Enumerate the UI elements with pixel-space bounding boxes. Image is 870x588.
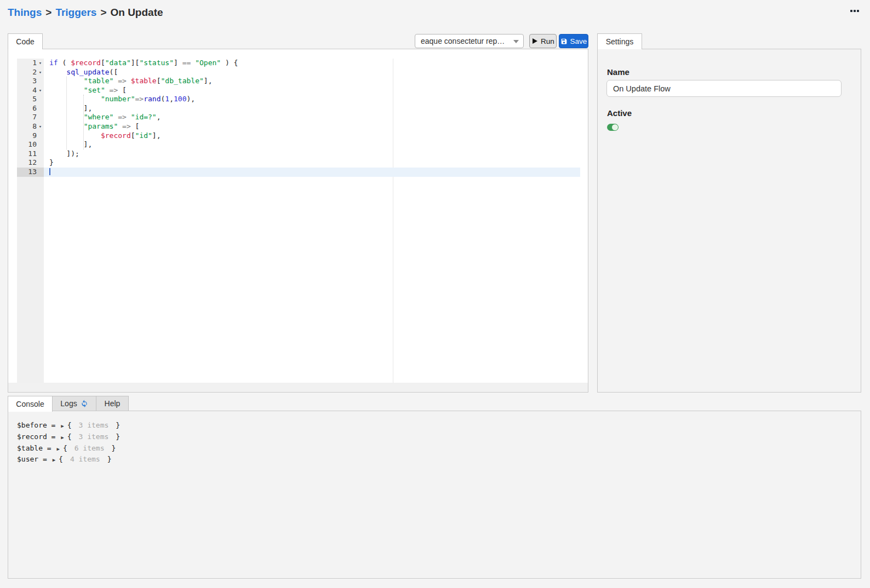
code-line[interactable]: "number"=>rand(1,100), — [44, 95, 580, 104]
code-panel: 1▾2▾34▾5678▾910111213 if ( $record["data… — [8, 49, 588, 393]
code-line[interactable]: ]); — [44, 149, 580, 159]
page: { "breadcrumb": { "things": "Things", "t… — [0, 0, 870, 588]
fold-toggle-icon[interactable]: ▾ — [37, 86, 43, 95]
code-line[interactable]: "set" => [ — [44, 86, 580, 95]
fold-toggle-icon[interactable]: ▾ — [37, 59, 43, 68]
gutter-line-number: 4▾ — [17, 86, 44, 95]
console-equals: = — [47, 421, 60, 429]
console-variable-row: $user = ▶{4 items} — [17, 454, 120, 465]
code-line[interactable]: ], — [44, 104, 580, 113]
console-equals: = — [38, 455, 51, 463]
tab-help[interactable]: Help — [96, 396, 129, 411]
refresh-icon[interactable] — [81, 400, 88, 407]
breadcrumb-separator: > — [42, 7, 55, 18]
console-variable-name: $before — [17, 421, 47, 429]
code-line[interactable]: sql_update([ — [44, 68, 580, 77]
code-line[interactable] — [44, 168, 580, 177]
expand-arrow-icon[interactable]: ▶ — [61, 435, 64, 440]
gutter-line-number: 3 — [17, 77, 44, 86]
editor-gutter: 1▾2▾34▾5678▾910111213 — [17, 59, 44, 383]
code-line[interactable]: "where" => "id=?", — [44, 113, 580, 122]
trigger-action-select-value: eaque consectetur rep… — [421, 37, 505, 45]
tab-logs-label: Logs — [60, 399, 77, 408]
console-brace-close: } — [116, 421, 120, 429]
breadcrumb-link-triggers[interactable]: Triggers — [55, 7, 96, 18]
editor-content[interactable]: if ( $record["data"]["status"] == "Open"… — [44, 59, 580, 383]
code-line[interactable]: ], — [44, 140, 580, 149]
gutter-line-number: 6 — [17, 104, 44, 113]
tab-console-label: Console — [16, 400, 44, 408]
console-variable-name: $table — [17, 444, 43, 452]
console-variable-row: $before = ▶{3 items} — [17, 420, 120, 431]
gutter-line-number: 7 — [17, 113, 44, 122]
code-line[interactable]: $record["id"], — [44, 131, 580, 141]
fold-toggle-icon[interactable]: ▾ — [37, 68, 43, 77]
console-brace-open: { — [67, 421, 72, 429]
tab-settings[interactable]: Settings — [597, 33, 642, 49]
code-line[interactable]: } — [44, 158, 580, 168]
gutter-line-number: 13 — [17, 168, 44, 177]
play-icon — [531, 38, 538, 44]
expand-arrow-icon[interactable]: ▶ — [61, 423, 64, 429]
console-brace-open: { — [67, 433, 72, 441]
console-item-count: 3 items — [79, 433, 109, 441]
console-brace-close: } — [112, 444, 116, 452]
console-panel: $before = ▶{3 items}$record = ▶{3 items}… — [8, 411, 861, 579]
fold-toggle-icon[interactable]: ▾ — [37, 122, 43, 131]
page-title: On Update — [110, 7, 163, 18]
console-brace-open: { — [59, 455, 63, 463]
run-button[interactable]: Run — [529, 34, 557, 48]
gutter-line-number: 11 — [17, 149, 44, 159]
console-equals: = — [43, 444, 55, 452]
run-button-label: Run — [541, 37, 554, 45]
breadcrumb: Things>Triggers>On Update — [8, 7, 163, 19]
console-variable-name: $user — [17, 455, 38, 463]
console-variable-row: $table = ▶{6 items} — [17, 443, 120, 454]
console-item-count: 6 items — [75, 444, 105, 452]
console-brace-open: { — [63, 444, 67, 452]
save-button[interactable]: Save — [559, 34, 588, 48]
tab-logs[interactable]: Logs — [52, 396, 96, 411]
settings-panel: Name Active — [597, 49, 861, 393]
expand-arrow-icon[interactable]: ▶ — [53, 457, 55, 463]
trigger-action-select[interactable]: eaque consectetur rep… — [415, 34, 524, 48]
console-variable-name: $record — [17, 433, 47, 441]
horizontal-scrollbar[interactable] — [8, 383, 588, 392]
tab-settings-label: Settings — [606, 37, 634, 46]
gutter-line-number: 2▾ — [17, 68, 44, 77]
name-field-label: Name — [607, 67, 629, 77]
save-floppy-icon — [560, 38, 568, 45]
console-variable-row: $record = ▶{3 items} — [17, 431, 120, 443]
code-line[interactable]: "params" => [ — [44, 122, 580, 131]
tab-code-label: Code — [16, 37, 34, 46]
gutter-line-number: 1▾ — [17, 59, 44, 68]
code-editor[interactable]: 1▾2▾34▾5678▾910111213 if ( $record["data… — [17, 59, 580, 383]
save-button-label: Save — [570, 37, 587, 45]
breadcrumb-link-things[interactable]: Things — [8, 7, 42, 18]
overflow-menu-icon[interactable] — [849, 8, 861, 14]
breadcrumb-separator: > — [96, 7, 110, 18]
console-brace-close: } — [116, 433, 120, 441]
code-line[interactable]: if ( $record["data"]["status"] == "Open"… — [44, 59, 580, 68]
gutter-line-number: 5 — [17, 95, 44, 104]
gutter-line-number: 10 — [17, 140, 44, 149]
active-toggle[interactable] — [607, 124, 619, 131]
gutter-line-number: 8▾ — [17, 122, 44, 131]
console-item-count: 3 items — [79, 421, 109, 429]
expand-arrow-icon[interactable]: ▶ — [56, 446, 59, 452]
code-line[interactable]: "table" => $table["db_table"], — [44, 77, 580, 86]
text-cursor — [49, 168, 50, 175]
console-output: $before = ▶{3 items}$record = ▶{3 items}… — [17, 420, 120, 465]
tab-console[interactable]: Console — [8, 396, 53, 412]
console-item-count: 4 items — [70, 455, 100, 463]
console-brace-close: } — [107, 455, 112, 463]
gutter-line-number: 9 — [17, 131, 44, 141]
active-toggle-knob — [612, 124, 618, 130]
tab-help-label: Help — [105, 399, 121, 408]
tab-code[interactable]: Code — [8, 33, 43, 49]
console-equals: = — [47, 433, 60, 441]
trigger-name-input[interactable] — [606, 80, 842, 97]
gutter-line-number: 12 — [17, 158, 44, 168]
active-field-label: Active — [607, 108, 632, 118]
chevron-down-icon — [513, 40, 519, 43]
